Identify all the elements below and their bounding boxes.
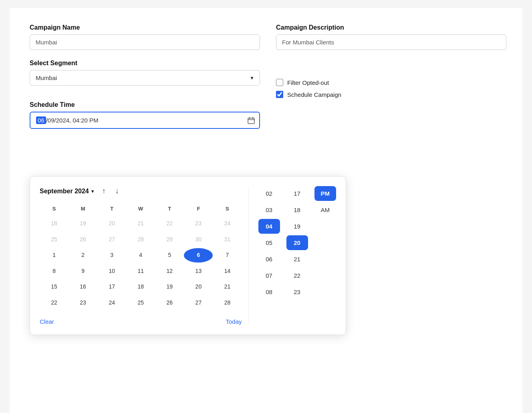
table-row[interactable]: 4 [126,248,155,263]
select-segment-wrapper: Mumbai ▼ [30,70,260,86]
table-row[interactable]: 27 [97,233,126,247]
table-row[interactable]: 18 [126,280,155,294]
table-row[interactable]: 23 [69,296,97,310]
hour-02[interactable]: 02 [258,186,280,201]
hour-04[interactable]: 04 [258,219,280,234]
schedule-campaign-checkbox[interactable] [276,91,283,98]
arrow-down-icon: ↓ [115,187,119,195]
calendar-icon [247,116,255,124]
hour-08[interactable]: 08 [258,285,280,299]
table-row[interactable]: 25 [126,296,155,310]
minutes-column: 17 18 19 20 21 22 23 [286,186,308,299]
table-row[interactable]: 8 [40,264,69,279]
select-segment-group: Select Segment Mumbai ▼ [30,60,260,88]
calendar-footer: Clear Today [40,318,242,325]
calendar-weekdays: S M T W T F S [40,204,242,213]
table-row[interactable]: 5 [155,248,184,263]
table-row[interactable]: 26 [155,296,184,310]
table-row[interactable]: 11 [126,264,155,279]
calendar-icon-btn[interactable] [247,116,255,124]
hour-06[interactable]: 06 [258,252,280,267]
datetime-input[interactable]: 06/09/2024, 04:20 PM [30,112,260,129]
table-row[interactable]: 21 [126,217,155,231]
table-row[interactable]: 14 [213,264,242,279]
arrow-up-icon: ↑ [102,187,106,195]
table-row[interactable]: 22 [40,296,69,310]
table-row[interactable]: 24 [213,217,242,231]
table-row[interactable]: 17 [97,280,126,294]
schedule-campaign-item[interactable]: Schedule Campaign [276,91,506,98]
minute-20[interactable]: 20 [286,235,308,250]
select-segment-input[interactable]: Mumbai [30,70,260,86]
weekday-wed: W [126,204,155,213]
next-month-button[interactable]: ↓ [113,186,121,196]
weekday-sun: S [40,204,69,213]
prev-month-button[interactable]: ↑ [100,186,108,196]
table-row[interactable]: 2 [69,248,97,263]
table-row[interactable]: 28 [126,233,155,247]
table-row[interactable]: 19 [69,217,97,231]
table-row[interactable]: 19 [155,280,184,294]
table-row[interactable]: 1 [40,248,69,263]
table-row[interactable]: 27 [184,296,213,310]
campaign-desc-input[interactable] [276,34,506,50]
campaign-name-input[interactable] [30,34,260,50]
schedule-campaign-label: Schedule Campaign [287,91,341,98]
campaign-name-group: Campaign Name [30,24,260,50]
pm-option[interactable]: PM [314,186,337,201]
filter-opted-out-checkbox[interactable] [276,79,283,86]
hour-05[interactable]: 05 [258,235,280,250]
minute-21[interactable]: 21 [286,252,308,267]
hours-column: 02 03 04 05 06 07 08 [258,186,280,299]
calendar-header: September 2024 ▼ ↑ ↓ [40,186,242,196]
calendar-popup: September 2024 ▼ ↑ ↓ S M T W T F [30,176,346,335]
month-year-button[interactable]: September 2024 ▼ [40,188,95,195]
minute-17[interactable]: 17 [286,186,308,201]
table-row[interactable]: 12 [155,264,184,279]
minute-23[interactable]: 23 [286,285,308,299]
table-row[interactable]: 28 [213,296,242,310]
schedule-time-label: Schedule Time [30,101,260,108]
table-row[interactable]: 23 [184,217,213,231]
table-row[interactable]: 30 [184,233,213,247]
table-row[interactable]: 16 [69,280,97,294]
selected-day[interactable]: 6 [184,248,213,263]
table-row[interactable]: 10 [97,264,126,279]
today-button[interactable]: Today [226,318,242,325]
minute-18[interactable]: 18 [286,202,308,217]
table-row[interactable]: 22 [155,217,184,231]
table-row[interactable]: 26 [69,233,97,247]
month-year-label: September 2024 [40,188,89,195]
table-row[interactable]: 7 [213,248,242,263]
filter-opted-out-item[interactable]: Filter Opted-out [276,79,506,86]
table-row[interactable]: 29 [155,233,184,247]
am-option[interactable]: AM [314,202,337,217]
minute-19[interactable]: 19 [286,219,308,234]
table-row[interactable]: 18 [40,217,69,231]
time-picker: 02 03 04 05 06 07 08 17 18 19 20 21 22 2… [248,186,337,325]
table-row[interactable]: 15 [40,280,69,294]
table-row[interactable]: 20 [97,217,126,231]
table-row[interactable]: 9 [69,264,97,279]
weekday-thu: T [155,204,184,213]
right-col: Filter Opted-out Schedule Campaign [276,60,506,98]
hour-07[interactable]: 07 [258,268,280,283]
calendar-days: 18 19 20 21 22 23 24 25 26 27 28 29 30 3… [40,217,242,310]
chevron-down-icon: ▼ [91,189,95,194]
datetime-rest: /09/2024, 04:20 PM [46,117,99,124]
table-row[interactable]: 20 [184,280,213,294]
page-wrapper: Campaign Name Campaign Description Selec… [10,8,522,413]
table-row[interactable]: 21 [213,280,242,294]
table-row[interactable]: 31 [213,233,242,247]
table-row[interactable]: 13 [184,264,213,279]
weekday-fri: F [184,204,213,213]
table-row[interactable]: 3 [97,248,126,263]
campaign-name-label: Campaign Name [30,24,260,31]
hour-03[interactable]: 03 [258,202,280,217]
minute-22[interactable]: 22 [286,268,308,283]
clear-button[interactable]: Clear [40,318,54,325]
table-row[interactable]: 25 [40,233,69,247]
select-segment-label: Select Segment [30,60,260,67]
campaign-desc-group: Campaign Description [276,24,506,50]
table-row[interactable]: 24 [97,296,126,310]
